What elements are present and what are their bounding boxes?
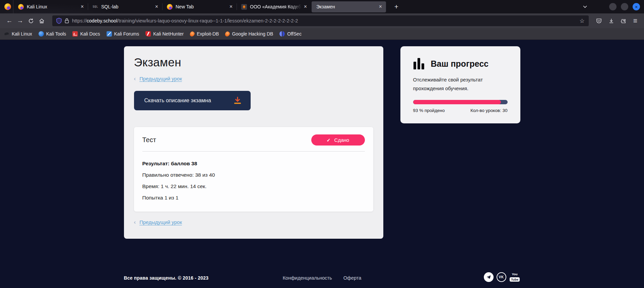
bookmark-google-hacking-db[interactable]: Google Hacking DB: [225, 31, 273, 37]
check-icon: ✓: [327, 137, 331, 143]
tab-kali-linux[interactable]: Kali Linux ×: [13, 0, 88, 13]
downloads-icon[interactable]: [608, 18, 614, 24]
bookmark-kali-tools[interactable]: Kali Tools: [39, 31, 66, 37]
kali-forums-icon: [107, 31, 112, 37]
tab-akademiya-codeby[interactable]: ООО «Академия Кодеба ×: [237, 0, 311, 13]
bookmark-label: Exploit-DB: [197, 31, 219, 37]
bookmark-kali-docs[interactable]: Kali Docs: [72, 31, 100, 37]
progress-bar: [413, 100, 508, 104]
tab-title: SQL-lab: [101, 4, 154, 9]
result-attempt-row: Попытка 1 из 1: [142, 195, 365, 201]
offsec-icon: [279, 31, 285, 37]
previous-lesson-link-bottom[interactable]: ‹ Предыдущий урок: [134, 219, 182, 225]
firefox-favicon-icon: [18, 4, 24, 10]
bookmark-kali-nethunter[interactable]: Kali NetHunter: [145, 31, 184, 37]
chevron-left-icon: ‹: [134, 76, 136, 81]
kali-docs-icon: [72, 31, 78, 37]
firefox-favicon-icon: [167, 4, 173, 10]
offer-link[interactable]: Оферта: [343, 275, 362, 281]
ghdb-bug-icon: [224, 31, 231, 37]
bookmark-label: OffSec: [287, 31, 302, 37]
forward-button[interactable]: →: [15, 16, 25, 26]
list-tabs-chevron-icon[interactable]: [583, 4, 587, 9]
download-exam-description-button[interactable]: Скачать описание экзамна: [134, 91, 251, 110]
back-button[interactable]: ←: [4, 16, 15, 26]
privacy-link[interactable]: Конфиденциальность: [283, 275, 332, 281]
vk-icon[interactable]: VK: [497, 272, 506, 282]
home-button[interactable]: [36, 16, 47, 26]
firefox-icon: [4, 3, 11, 10]
bookmark-offsec[interactable]: OffSec: [279, 31, 302, 37]
kali-nethunter-icon: [145, 31, 151, 37]
maximize-button[interactable]: [621, 3, 628, 10]
page-viewport: Экзамен ‹ Предыдущий урок Скачать описан…: [0, 40, 644, 288]
codeby-favicon-icon: [241, 4, 247, 10]
url-bar[interactable]: https://codeby.school/training/view/kurs…: [52, 15, 589, 26]
tab-bar: Kali Linux × SQL SQL-lab × New Tab × ООО…: [0, 0, 644, 13]
previous-lesson-label[interactable]: Предыдущий урок: [139, 219, 182, 225]
tab-ekzamen-active[interactable]: Экзамен ×: [312, 1, 386, 12]
bookmark-exploit-db[interactable]: Exploit-DB: [190, 31, 219, 37]
telegram-icon[interactable]: [484, 272, 494, 282]
status-badge-label: Сдано: [334, 137, 349, 143]
copyright-text: Все права защищены. © 2016 - 2023: [124, 275, 209, 281]
progress-card: Ваш прогресс Отслеживайте свой результат…: [400, 46, 520, 123]
bookmark-label: Google Hacking DB: [232, 31, 273, 37]
exam-card: Экзамен ‹ Предыдущий урок Скачать описан…: [124, 46, 383, 239]
bookmark-kali-forums[interactable]: Kali Forums: [107, 31, 139, 37]
url-path: /training/view/kurs-laquo-osnovy-linux-r…: [117, 18, 298, 23]
tab-close-icon[interactable]: ×: [378, 4, 383, 9]
reload-icon: [28, 18, 34, 24]
youtube-you-label: You: [509, 273, 520, 276]
test-result-card: Тест ✓ Сдано Результат: баллов 38 Правил…: [134, 127, 373, 212]
close-window-button[interactable]: ×: [633, 3, 640, 10]
tabbar-right-controls: ×: [583, 3, 644, 10]
result-score-row: Результат: баллов 38: [142, 161, 365, 167]
previous-lesson-link-top[interactable]: ‹ Предыдущий урок: [134, 76, 182, 81]
exploit-db-bug-icon: [189, 31, 195, 37]
tab-close-icon[interactable]: ×: [154, 4, 159, 9]
youtube-icon[interactable]: You Tube: [509, 273, 520, 282]
tab-title: New Tab: [176, 4, 228, 9]
kali-tools-icon: [39, 31, 44, 37]
previous-lesson-label[interactable]: Предыдущий урок: [139, 76, 182, 81]
tab-title: Kali Linux: [27, 4, 79, 9]
bookmark-label: Kali Linux: [12, 31, 32, 37]
tab-close-icon[interactable]: ×: [79, 4, 85, 9]
tab-close-icon[interactable]: ×: [303, 4, 308, 9]
chevron-left-icon: ‹: [134, 219, 136, 225]
navigation-toolbar: ← → https://codeby.school/training/view/…: [0, 13, 644, 28]
lessons-count-label: Кол-во уроков: 30: [470, 108, 508, 113]
result-correct-row: Правильно отвечено: 38 из 40: [142, 172, 365, 178]
vk-label: VK: [499, 275, 504, 279]
bookmark-label: Kali Docs: [80, 31, 100, 37]
status-badge: ✓ Сдано: [311, 134, 365, 146]
tab-new-tab[interactable]: New Tab ×: [162, 0, 237, 13]
new-tab-button[interactable]: +: [391, 2, 401, 12]
reload-button[interactable]: [25, 16, 36, 26]
url-domain: codeby.school: [87, 18, 118, 23]
tracking-shield-icon[interactable]: [56, 18, 62, 24]
result-time-row: Время: 1 ч. 22 мин. 14 сек.: [142, 183, 365, 189]
firefox-app-icon[interactable]: [2, 0, 13, 13]
bookmark-kali-linux[interactable]: Kali Linux: [4, 31, 32, 37]
browser-window: Kali Linux × SQL SQL-lab × New Tab × ООО…: [0, 0, 644, 288]
tab-title: ООО «Академия Кодеба: [250, 4, 303, 9]
url-text[interactable]: https://codeby.school/training/view/kurs…: [72, 18, 576, 23]
minimize-button[interactable]: [609, 3, 617, 10]
bookmarks-bar: Kali Linux Kali Tools Kali Docs Kali For…: [0, 28, 644, 40]
pocket-icon[interactable]: [596, 18, 602, 24]
progress-percent-label: 93 % пройдено: [413, 108, 445, 113]
tab-close-icon[interactable]: ×: [228, 4, 234, 9]
lock-icon[interactable]: [65, 18, 69, 23]
home-icon: [39, 18, 45, 24]
extensions-puzzle-icon[interactable]: [621, 18, 627, 24]
toolbar-right-icons: ≡: [593, 17, 640, 25]
tab-sql-lab[interactable]: SQL SQL-lab ×: [88, 0, 162, 13]
download-icon: [233, 96, 242, 105]
bookmark-star-icon[interactable]: ☆: [579, 17, 584, 24]
kali-dragon-icon: [4, 31, 9, 37]
menu-hamburger-icon[interactable]: ≡: [633, 17, 637, 25]
progress-title: Ваш прогресс: [431, 59, 489, 69]
bookmark-label: Kali NetHunter: [153, 31, 184, 37]
